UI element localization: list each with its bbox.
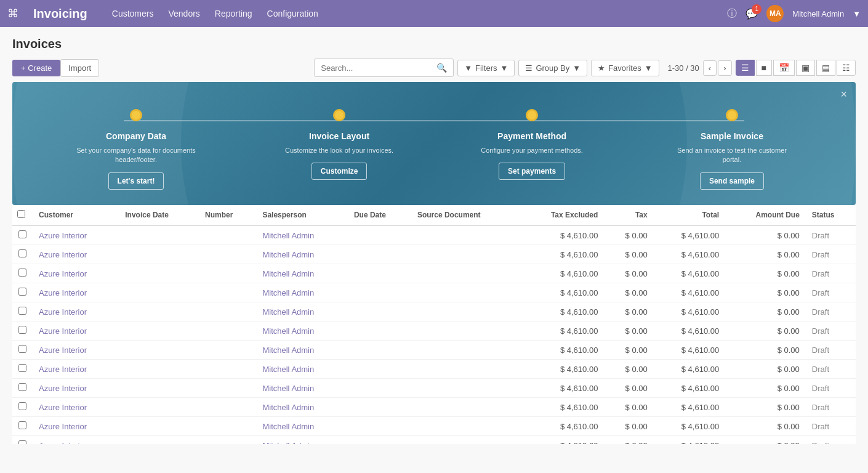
row-salesperson-4[interactable]: Mitchell Admin	[256, 302, 347, 321]
row-select-6[interactable]	[18, 345, 26, 353]
step-desc-sample: Send an invoice to test the customer por…	[670, 146, 794, 165]
row-select-3[interactable]	[18, 288, 26, 296]
row-number-10	[199, 417, 256, 436]
chat-notification[interactable]: 💬 1	[745, 8, 758, 20]
step-btn-sample[interactable]: Send sample	[700, 172, 764, 190]
row-salesperson-3[interactable]: Mitchell Admin	[256, 283, 347, 302]
favorites-icon: ★	[598, 63, 605, 73]
row-customer-2[interactable]: Azure Interior	[33, 264, 119, 283]
filters-label: Filters	[475, 63, 497, 73]
groupby-button[interactable]: ☰ Group By ▼	[518, 60, 587, 76]
row-customer-6[interactable]: Azure Interior	[33, 341, 119, 360]
col-header-due-date[interactable]: Due Date	[348, 205, 411, 225]
row-customer-10[interactable]: Azure Interior	[33, 417, 119, 436]
row-status-3: Draft	[806, 283, 856, 302]
row-select-2[interactable]	[18, 269, 26, 277]
row-customer-3[interactable]: Azure Interior	[33, 283, 119, 302]
row-select-10[interactable]	[18, 421, 26, 429]
row-customer-0[interactable]: Azure Interior	[33, 225, 119, 245]
create-button[interactable]: + Create	[12, 60, 60, 76]
row-customer-11[interactable]: Azure Interior	[33, 436, 119, 445]
filters-button[interactable]: ▼ Filters ▼	[457, 60, 515, 76]
row-select-11[interactable]	[18, 440, 26, 444]
help-icon[interactable]: ⓘ	[727, 7, 737, 20]
col-header-tax-excl[interactable]: Tax Excluded	[519, 205, 604, 225]
row-status-7: Draft	[806, 360, 856, 379]
import-button[interactable]: Import	[60, 59, 99, 77]
activity-view-button[interactable]: ☷	[837, 60, 856, 76]
row-customer-4[interactable]: Azure Interior	[33, 302, 119, 321]
row-tax-8: $ 0.00	[604, 379, 653, 398]
user-dropdown-icon[interactable]: ▼	[853, 9, 861, 18]
search-input[interactable]	[315, 60, 430, 76]
row-salesperson-11[interactable]: Mitchell Admin	[256, 436, 347, 445]
nav-configuration[interactable]: Configuration	[267, 9, 318, 18]
kanban-view-button[interactable]: ■	[756, 60, 772, 76]
row-salesperson-0[interactable]: Mitchell Admin	[256, 225, 347, 245]
col-header-invoice-date[interactable]: Invoice Date	[119, 205, 199, 225]
step-btn-payment[interactable]: Set payments	[499, 163, 565, 180]
favorites-button[interactable]: ★ Favorites ▼	[591, 60, 659, 76]
app-title: Invoicing	[33, 7, 87, 21]
nav-right: ⓘ 💬 1 MA Mitchell Admin ▼	[727, 5, 861, 22]
row-total-2: $ 4,610.00	[654, 264, 726, 283]
row-amount-due-4: $ 0.00	[725, 302, 806, 321]
row-select-4[interactable]	[18, 307, 26, 315]
row-select-8[interactable]	[18, 383, 26, 391]
row-select-0[interactable]	[18, 230, 26, 238]
table-row: Azure Interior Mitchell Admin $ 4,610.00…	[12, 379, 856, 398]
row-select-5[interactable]	[18, 326, 26, 334]
col-header-total[interactable]: Total	[654, 205, 726, 225]
col-header-customer[interactable]: Customer	[33, 205, 119, 225]
app-grid-icon[interactable]: ⌘	[7, 7, 18, 20]
banner-close-button[interactable]: ×	[840, 88, 847, 101]
row-select-7[interactable]	[18, 364, 26, 372]
row-salesperson-7[interactable]: Mitchell Admin	[256, 360, 347, 379]
col-header-salesperson[interactable]: Salesperson	[256, 205, 347, 225]
prev-page-button[interactable]: ‹	[703, 60, 717, 76]
row-select-9[interactable]	[18, 402, 26, 410]
row-salesperson-2[interactable]: Mitchell Admin	[256, 264, 347, 283]
row-customer-9[interactable]: Azure Interior	[33, 398, 119, 417]
row-select-1[interactable]	[18, 249, 26, 257]
row-tax-excl-11: $ 4,610.00	[519, 436, 604, 445]
row-invoice-date-9	[119, 398, 199, 417]
page-content: Invoices + Create Import 🔍 ▼ Filters ▼ ☰…	[0, 27, 868, 444]
row-source-doc-10	[411, 417, 519, 436]
col-header-tax[interactable]: Tax	[604, 205, 653, 225]
row-salesperson-1[interactable]: Mitchell Admin	[256, 245, 347, 264]
row-salesperson-9[interactable]: Mitchell Admin	[256, 398, 347, 417]
list-view-button[interactable]: ☰	[736, 60, 755, 76]
user-name-nav[interactable]: Mitchell Admin	[792, 9, 844, 18]
row-source-doc-11	[411, 436, 519, 445]
row-source-doc-8	[411, 379, 519, 398]
nav-vendors[interactable]: Vendors	[168, 9, 199, 18]
graph-view-button[interactable]: ▤	[816, 60, 835, 76]
banner-steps: Company Data Set your company's data for…	[31, 97, 837, 190]
select-all-checkbox[interactable]	[17, 210, 25, 218]
row-customer-1[interactable]: Azure Interior	[33, 245, 119, 264]
step-btn-layout[interactable]: Customize	[311, 163, 368, 180]
search-button[interactable]: 🔍	[430, 59, 453, 76]
col-header-status[interactable]: Status	[806, 205, 856, 225]
nav-customers[interactable]: Customers	[112, 9, 154, 18]
next-page-button[interactable]: ›	[718, 60, 731, 76]
col-header-amount-due[interactable]: Amount Due	[725, 205, 806, 225]
row-salesperson-5[interactable]: Mitchell Admin	[256, 321, 347, 341]
row-customer-5[interactable]: Azure Interior	[33, 321, 119, 341]
col-header-source-doc[interactable]: Source Document	[411, 205, 519, 225]
row-salesperson-10[interactable]: Mitchell Admin	[256, 417, 347, 436]
row-tax-4: $ 0.00	[604, 302, 653, 321]
step-btn-company[interactable]: Let's start!	[108, 172, 164, 190]
calendar-view-button[interactable]: 📅	[773, 60, 795, 76]
row-customer-7[interactable]: Azure Interior	[33, 360, 119, 379]
nav-reporting[interactable]: Reporting	[215, 9, 252, 18]
row-salesperson-6[interactable]: Mitchell Admin	[256, 341, 347, 360]
row-customer-8[interactable]: Azure Interior	[33, 379, 119, 398]
row-salesperson-8[interactable]: Mitchell Admin	[256, 379, 347, 398]
table-row: Azure Interior Mitchell Admin $ 4,610.00…	[12, 341, 856, 360]
toolbar-row: + Create Import 🔍 ▼ Filters ▼ ☰ Group By…	[12, 59, 856, 77]
pivot-view-button[interactable]: ▣	[796, 60, 815, 76]
row-checkbox-5	[12, 321, 33, 341]
col-header-number[interactable]: Number	[199, 205, 256, 225]
